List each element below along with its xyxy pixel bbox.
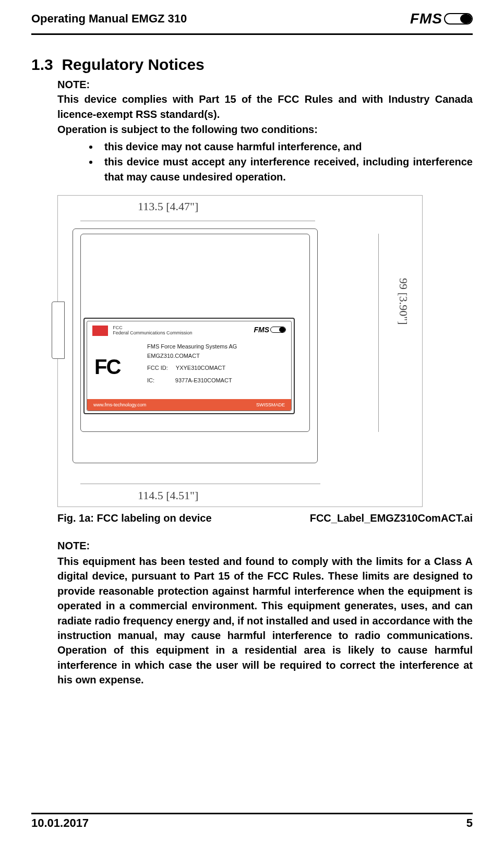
dimension-bottom: 114.5 [4.51"] — [138, 489, 198, 502]
note1-para1: This device complies with Part 15 of the… — [57, 92, 473, 122]
label-fms-mini-logo: FMS — [254, 326, 286, 334]
footer-date: 10.01.2017 — [31, 816, 89, 830]
note2-label: NOTE: — [57, 540, 473, 552]
fcc-id-value: YXYE310COMACT — [176, 365, 225, 371]
figure-label: Fig. 1a: — [57, 512, 94, 524]
figure-box: 113.5 [4.47"] 114.5 [4.51"] 99 [3.90"] F… — [57, 195, 423, 507]
label-url: www.fms-technology.com — [93, 402, 146, 407]
dim-line-right — [378, 234, 379, 432]
red-square-icon — [92, 326, 108, 336]
bullet-2: this device must accept any interference… — [99, 154, 473, 185]
note1-bullets: this device may not cause harmful interf… — [57, 139, 473, 185]
ic-value: 9377A-E310COMACT — [175, 377, 232, 383]
fms-logo-icon — [444, 13, 473, 25]
section-number: 1.3 — [31, 56, 53, 73]
device-side-tab — [52, 302, 65, 359]
fms-logo-text: FMS — [410, 10, 442, 27]
label-fcc-small: FCC Federal Communications Commission — [113, 326, 192, 336]
section-heading: Regulatory Notices — [62, 56, 204, 73]
figure-caption-text: FCC labeling on device — [94, 512, 212, 524]
device-inner: FCC Federal Communications Commission FM… — [80, 234, 310, 432]
footer-page: 5 — [466, 816, 473, 830]
fms-logo: FMS — [410, 10, 473, 27]
header-divider — [31, 33, 473, 35]
ic-label: IC: — [147, 377, 154, 383]
dim-line-top — [80, 221, 315, 221]
figure-filename: FCC_Label_EMGZ310ComACT.ai — [310, 512, 473, 524]
dimension-right: 99 [3.90"] — [397, 278, 410, 325]
device-label: FCC Federal Communications Commission FM… — [83, 318, 295, 414]
content-area: NOTE: This device complies with Part 15 … — [31, 79, 473, 688]
label-swissmade: SWISSMADE — [256, 402, 285, 407]
label-model: EMGZ310.COMACT — [147, 352, 237, 361]
note1-para2: Operation is subject to the following tw… — [57, 122, 473, 137]
dim-line-bottom — [80, 484, 320, 484]
page-footer: 10.01.2017 5 — [31, 813, 473, 830]
label-info-block: FMS Force Measuring Systems AG EMGZ310.C… — [147, 342, 237, 385]
header-title: Operating Manual EMGZ 310 — [31, 12, 187, 26]
note1-label: NOTE: — [57, 79, 473, 91]
note2-text: This equipment has been tested and found… — [57, 554, 473, 688]
fcc-id-label: FCC ID: — [147, 365, 168, 371]
fms-mini-icon — [270, 327, 286, 333]
dimension-top: 113.5 [4.47"] — [138, 200, 198, 213]
fcc-big-logo: FC — [94, 355, 120, 379]
bullet-1: this device may not cause harmful interf… — [99, 139, 473, 154]
page-header: Operating Manual EMGZ 310 FMS — [31, 10, 473, 27]
orange-bar: www.fms-technology.com SWISSMADE — [87, 399, 291, 411]
label-company: FMS Force Measuring Systems AG — [147, 342, 237, 352]
figure-caption: Fig. 1a: FCC labeling on device FCC_Labe… — [57, 512, 473, 524]
section-title: 1.3 Regulatory Notices — [31, 56, 473, 74]
footer-divider — [31, 813, 473, 814]
